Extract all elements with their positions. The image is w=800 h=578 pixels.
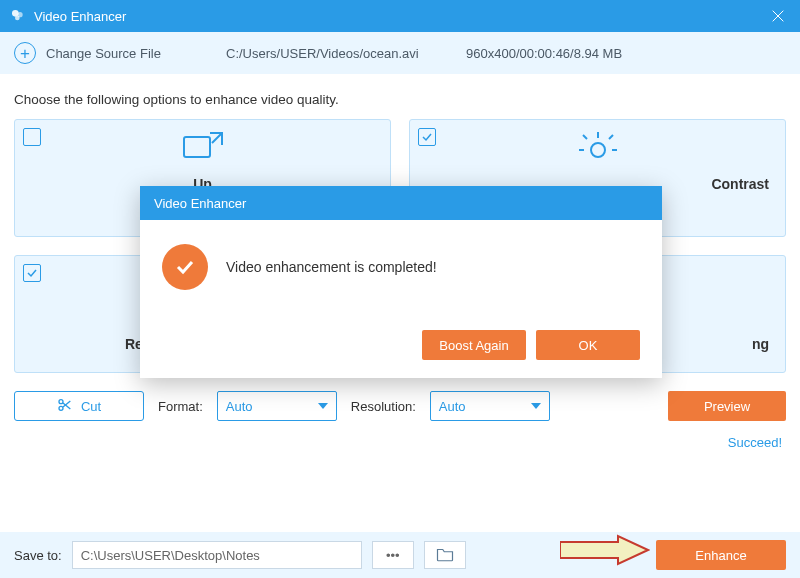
- boost-again-button[interactable]: Boost Again: [422, 330, 526, 360]
- dialog-message: Video enhancement is completed!: [226, 259, 437, 275]
- completion-dialog: Video Enhancer Video enhancement is comp…: [140, 186, 662, 378]
- ok-button[interactable]: OK: [536, 330, 640, 360]
- dialog-title: Video Enhancer: [140, 186, 662, 220]
- modal-overlay: Video Enhancer Video enhancement is comp…: [0, 0, 800, 578]
- check-circle-icon: [162, 244, 208, 290]
